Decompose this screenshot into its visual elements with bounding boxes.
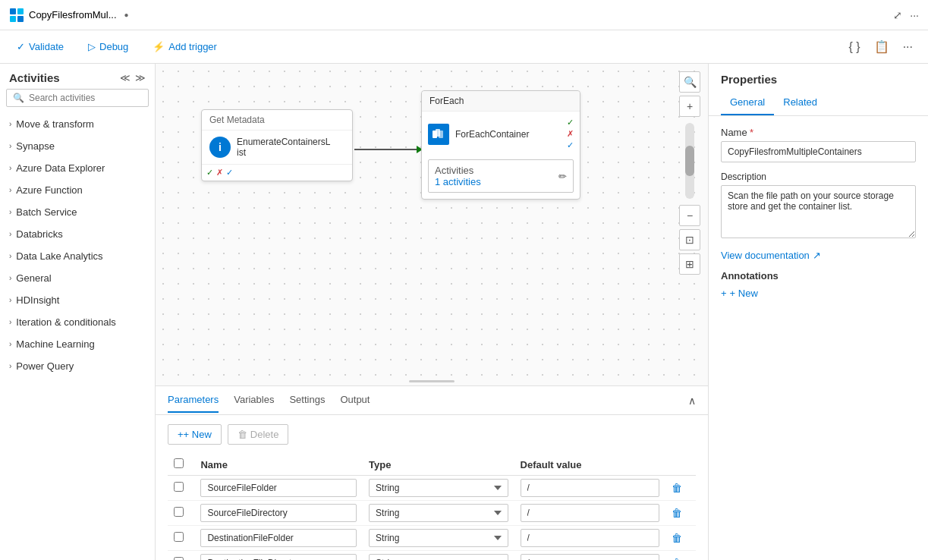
add-icon: + [721, 288, 727, 299]
select-all-checkbox[interactable] [174, 458, 184, 468]
node-foreach-header: ForEach [422, 91, 580, 112]
properties-tabs: General Related [709, 90, 928, 116]
foreach-complete-icon[interactable]: ✓ [567, 140, 574, 150]
zoom-out-button[interactable]: − [679, 205, 700, 226]
properties-panel: Properties General Related Name * Descri… [708, 64, 928, 560]
sidebar-item-move-transform[interactable]: › Move & transform [0, 113, 155, 135]
validate-icon: ✓ [17, 41, 25, 52]
search-box[interactable]: 🔍 [6, 89, 149, 107]
param-delete-icon-3[interactable]: 🗑 [672, 557, 682, 560]
search-icon: 🔍 [13, 93, 24, 103]
new-parameter-button[interactable]: + + New [168, 424, 222, 445]
chevron-icon: › [9, 186, 11, 194]
tab-variables[interactable]: Variables [234, 388, 274, 413]
add-annotation-button[interactable]: + + New [721, 288, 916, 299]
more-button[interactable]: ··· [900, 37, 916, 57]
tab-close-button[interactable]: ● [124, 11, 129, 19]
chevron-icon: › [9, 296, 11, 304]
row-checkbox-0[interactable] [174, 482, 184, 492]
param-type-select-3[interactable]: StringIntFloatBoolArrayObjectSecureStrin… [369, 554, 508, 560]
param-default-input-3[interactable] [521, 554, 659, 560]
param-type-select-2[interactable]: StringIntFloatBoolArrayObjectSecureStrin… [369, 529, 508, 547]
delete-icon-btn: 🗑 [238, 429, 247, 440]
param-delete-icon-0[interactable]: 🗑 [672, 482, 682, 494]
tab-general[interactable]: General [721, 90, 774, 115]
search-input[interactable] [29, 93, 143, 103]
param-default-input-2[interactable] [521, 529, 659, 547]
properties-body: Name * Description View documentation ↗ … [709, 116, 928, 560]
collapse-icon[interactable]: ≪ [120, 72, 131, 83]
sidebar-item-synapse[interactable]: › Synapse [0, 135, 155, 157]
view-documentation-link[interactable]: View documentation ↗ [721, 250, 916, 261]
sidebar-item-batch-service[interactable]: › Batch Service [0, 201, 155, 223]
sidebar-item-iteration-conditionals[interactable]: › Iteration & conditionals [0, 311, 155, 333]
debug-button[interactable]: ▷ Debug [83, 38, 133, 55]
more-options-icon[interactable]: ··· [910, 9, 919, 21]
param-name-input-1[interactable] [200, 504, 357, 522]
canvas-resize-handle[interactable] [409, 380, 455, 382]
sidebar-item-label: General [16, 272, 51, 284]
debug-icon: ▷ [88, 41, 96, 52]
sidebar-item-power-query[interactable]: › Power Query [0, 355, 155, 377]
node-foreach[interactable]: ForEach ForEachContainer ✓ ✗ ✓ [421, 90, 580, 200]
canvas-main[interactable]: Get Metadata i EnumerateContainersList ✓… [156, 64, 708, 385]
param-name-input-3[interactable] [200, 554, 357, 560]
description-field-textarea[interactable] [721, 185, 916, 238]
param-delete-icon-1[interactable]: 🗑 [672, 507, 682, 519]
param-name-input-2[interactable] [200, 529, 357, 547]
properties-button[interactable]: 📋 [871, 36, 892, 57]
foreach-success-icon[interactable]: ✓ [567, 118, 574, 127]
tab-related[interactable]: Related [774, 90, 826, 115]
sidebar-item-general[interactable]: › General [0, 267, 155, 289]
node-get-metadata-header: Get Metadata [202, 110, 352, 131]
node-get-metadata[interactable]: Get Metadata i EnumerateContainersList ✓… [201, 109, 353, 181]
search-canvas-button[interactable]: 🔍 [679, 71, 700, 93]
collapse-panel-button[interactable]: ∧ [688, 395, 696, 407]
sidebar-item-azure-function[interactable]: › Azure Function [0, 179, 155, 201]
delete-parameter-button[interactable]: 🗑 Delete [228, 424, 289, 445]
name-field-input[interactable] [721, 141, 916, 162]
edit-pencil-icon[interactable]: ✏ [558, 171, 567, 182]
bottom-tabs: Parameters Variables Settings Output ∧ [156, 386, 708, 415]
code-view-button[interactable]: { } [846, 37, 864, 57]
annotations-title: Annotations [721, 270, 916, 282]
layout-button[interactable]: ⊞ [679, 253, 700, 275]
validate-button[interactable]: ✓ Validate [12, 38, 68, 55]
row-checkbox-3[interactable] [174, 557, 184, 560]
sidebar-item-data-lake-analytics[interactable]: › Data Lake Analytics [0, 245, 155, 267]
tab-settings[interactable]: Settings [289, 388, 325, 413]
row-checkbox-2[interactable] [174, 532, 184, 542]
foreach-activities-label: Activities 1 activities [435, 165, 481, 187]
param-delete-icon-2[interactable]: 🗑 [672, 532, 682, 544]
foreach-activities-section[interactable]: Activities 1 activities ✏ [428, 159, 574, 193]
tab-output[interactable]: Output [340, 388, 370, 413]
expand-icon[interactable]: ⤢ [893, 9, 902, 21]
row-checkbox-1[interactable] [174, 507, 184, 517]
tab-parameters[interactable]: Parameters [168, 388, 219, 413]
sidebar-item-label: Data Lake Analytics [16, 250, 102, 262]
param-default-input-1[interactable] [521, 504, 659, 522]
col-header-type: Type [363, 454, 514, 476]
sidebar-item-azure-data-explorer[interactable]: › Azure Data Explorer [0, 157, 155, 179]
success-check-icon[interactable]: ✓ [206, 168, 213, 178]
sidebar-items-list: › Move & transform› Synapse› Azure Data … [0, 113, 155, 377]
main-area: Activities ≪ ≫ 🔍 › Move & transform› Syn… [0, 64, 928, 560]
complete-check-icon[interactable]: ✓ [226, 168, 233, 178]
description-field-label: Description [721, 171, 916, 182]
fail-cross-icon[interactable]: ✗ [216, 168, 223, 178]
param-type-select-0[interactable]: StringIntFloatBoolArrayObjectSecureStrin… [369, 479, 508, 497]
connector-arrow [354, 149, 421, 150]
param-default-input-0[interactable] [521, 479, 659, 497]
sidebar-item-databricks[interactable]: › Databricks [0, 223, 155, 245]
sidebar-item-hdinsight[interactable]: › HDInsight [0, 289, 155, 311]
expand-icon[interactable]: ≫ [135, 72, 146, 83]
fit-screen-button[interactable]: ⊡ [679, 229, 700, 250]
add-trigger-button[interactable]: ⚡ Add trigger [148, 38, 222, 55]
sidebar-item-machine-learning[interactable]: › Machine Learning [0, 333, 155, 355]
bottom-toolbar: + + New 🗑 Delete [168, 424, 696, 445]
sidebar-header-icons: ≪ ≫ [120, 72, 146, 83]
zoom-in-button[interactable]: + [679, 96, 700, 117]
param-type-select-1[interactable]: StringIntFloatBoolArrayObjectSecureStrin… [369, 504, 508, 522]
foreach-fail-icon[interactable]: ✗ [567, 129, 574, 139]
param-name-input-0[interactable] [200, 479, 357, 497]
